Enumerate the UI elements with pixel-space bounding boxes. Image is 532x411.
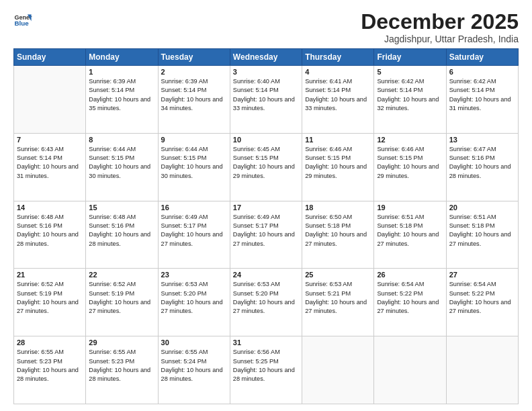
day-info: Sunrise: 6:40 AMSunset: 5:14 PMDaylight:… — [233, 77, 299, 113]
calendar-table: SundayMondayTuesdayWednesdayThursdayFrid… — [13, 48, 519, 404]
day-number: 28 — [17, 338, 83, 347]
calendar-cell: 26Sunrise: 6:54 AMSunset: 5:22 PMDayligh… — [374, 269, 446, 336]
day-info: Sunrise: 6:48 AMSunset: 5:16 PMDaylight:… — [89, 213, 154, 248]
day-info: Sunrise: 6:54 AMSunset: 5:22 PMDaylight:… — [377, 280, 443, 316]
calendar-cell: 8Sunrise: 6:44 AMSunset: 5:15 PMDaylight… — [86, 133, 158, 201]
calendar-cell: 20Sunrise: 6:51 AMSunset: 5:18 PMDayligh… — [446, 201, 518, 269]
calendar-cell: 4Sunrise: 6:41 AMSunset: 5:14 PMDaylight… — [302, 66, 374, 134]
logo-icon: General Blue — [13, 11, 32, 30]
day-number: 22 — [89, 271, 154, 279]
calendar-cell: 31Sunrise: 6:56 AMSunset: 5:25 PMDayligh… — [230, 336, 302, 404]
day-number: 21 — [17, 271, 83, 279]
day-info: Sunrise: 6:54 AMSunset: 5:22 PMDaylight:… — [449, 280, 515, 316]
calendar-cell — [14, 66, 86, 134]
day-info: Sunrise: 6:49 AMSunset: 5:17 PMDaylight:… — [161, 213, 227, 248]
calendar-cell: 2Sunrise: 6:39 AMSunset: 5:14 PMDaylight… — [158, 66, 230, 134]
day-number: 17 — [233, 203, 299, 212]
day-info: Sunrise: 6:51 AMSunset: 5:18 PMDaylight:… — [377, 213, 443, 248]
week-row-3: 14Sunrise: 6:48 AMSunset: 5:16 PMDayligh… — [14, 201, 519, 269]
day-number: 5 — [377, 68, 443, 76]
day-info: Sunrise: 6:47 AMSunset: 5:16 PMDaylight:… — [449, 145, 515, 181]
week-row-4: 21Sunrise: 6:52 AMSunset: 5:19 PMDayligh… — [14, 269, 519, 336]
day-info: Sunrise: 6:55 AMSunset: 5:23 PMDaylight:… — [17, 348, 83, 383]
calendar-cell: 15Sunrise: 6:48 AMSunset: 5:16 PMDayligh… — [86, 201, 158, 269]
svg-text:Blue: Blue — [14, 19, 29, 27]
calendar-cell: 30Sunrise: 6:55 AMSunset: 5:24 PMDayligh… — [158, 336, 230, 404]
calendar-cell — [302, 336, 374, 404]
day-number: 8 — [89, 136, 154, 144]
day-info: Sunrise: 6:44 AMSunset: 5:15 PMDaylight:… — [89, 145, 154, 181]
day-info: Sunrise: 6:50 AMSunset: 5:18 PMDaylight:… — [305, 213, 371, 248]
calendar-cell: 7Sunrise: 6:43 AMSunset: 5:14 PMDaylight… — [14, 133, 86, 201]
day-number: 1 — [89, 68, 154, 76]
day-number: 19 — [377, 203, 443, 212]
week-row-1: 1Sunrise: 6:39 AMSunset: 5:14 PMDaylight… — [14, 66, 519, 134]
day-number: 3 — [233, 68, 299, 76]
calendar-cell: 17Sunrise: 6:49 AMSunset: 5:17 PMDayligh… — [230, 201, 302, 269]
day-number: 13 — [449, 136, 515, 144]
day-info: Sunrise: 6:44 AMSunset: 5:15 PMDaylight:… — [161, 145, 227, 181]
calendar-cell: 27Sunrise: 6:54 AMSunset: 5:22 PMDayligh… — [446, 269, 518, 336]
day-info: Sunrise: 6:46 AMSunset: 5:15 PMDaylight:… — [377, 145, 443, 181]
calendar-cell: 10Sunrise: 6:45 AMSunset: 5:15 PMDayligh… — [230, 133, 302, 201]
day-number: 30 — [161, 338, 227, 347]
day-number: 27 — [449, 271, 515, 279]
day-info: Sunrise: 6:53 AMSunset: 5:21 PMDaylight:… — [305, 280, 371, 316]
calendar-cell — [374, 336, 446, 404]
location-subtitle: Jagdishpur, Uttar Pradesh, India — [361, 34, 519, 44]
day-number: 9 — [161, 136, 227, 144]
calendar-cell: 9Sunrise: 6:44 AMSunset: 5:15 PMDaylight… — [158, 133, 230, 201]
day-number: 20 — [449, 203, 515, 212]
month-title: December 2025 — [361, 11, 519, 32]
day-number: 4 — [305, 68, 371, 76]
calendar-cell: 18Sunrise: 6:50 AMSunset: 5:18 PMDayligh… — [302, 201, 374, 269]
weekday-header-row: SundayMondayTuesdayWednesdayThursdayFrid… — [14, 49, 519, 66]
calendar-cell: 28Sunrise: 6:55 AMSunset: 5:23 PMDayligh… — [14, 336, 86, 404]
day-info: Sunrise: 6:41 AMSunset: 5:14 PMDaylight:… — [305, 77, 371, 113]
day-number: 25 — [305, 271, 371, 279]
day-number: 18 — [305, 203, 371, 212]
weekday-header-friday: Friday — [374, 49, 446, 66]
day-number: 15 — [89, 203, 154, 212]
weekday-header-saturday: Saturday — [446, 49, 518, 66]
day-info: Sunrise: 6:46 AMSunset: 5:15 PMDaylight:… — [305, 145, 371, 181]
day-info: Sunrise: 6:45 AMSunset: 5:15 PMDaylight:… — [233, 145, 299, 181]
day-number: 10 — [233, 136, 299, 144]
logo: General Blue — [13, 11, 32, 30]
day-info: Sunrise: 6:53 AMSunset: 5:20 PMDaylight:… — [161, 280, 227, 316]
calendar-cell: 11Sunrise: 6:46 AMSunset: 5:15 PMDayligh… — [302, 133, 374, 201]
day-info: Sunrise: 6:42 AMSunset: 5:14 PMDaylight:… — [449, 77, 515, 113]
day-info: Sunrise: 6:48 AMSunset: 5:16 PMDaylight:… — [17, 213, 83, 248]
calendar-page: General Blue December 2025 Jagdishpur, U… — [0, 0, 532, 411]
calendar-cell: 13Sunrise: 6:47 AMSunset: 5:16 PMDayligh… — [446, 133, 518, 201]
weekday-header-tuesday: Tuesday — [158, 49, 230, 66]
calendar-cell: 16Sunrise: 6:49 AMSunset: 5:17 PMDayligh… — [158, 201, 230, 269]
day-number: 14 — [17, 203, 83, 212]
day-info: Sunrise: 6:52 AMSunset: 5:19 PMDaylight:… — [17, 280, 83, 316]
calendar-cell: 1Sunrise: 6:39 AMSunset: 5:14 PMDaylight… — [86, 66, 158, 134]
day-number: 6 — [449, 68, 515, 76]
day-info: Sunrise: 6:55 AMSunset: 5:23 PMDaylight:… — [89, 348, 154, 383]
day-info: Sunrise: 6:49 AMSunset: 5:17 PMDaylight:… — [233, 213, 299, 248]
calendar-cell: 24Sunrise: 6:53 AMSunset: 5:20 PMDayligh… — [230, 269, 302, 336]
day-number: 16 — [161, 203, 227, 212]
day-info: Sunrise: 6:51 AMSunset: 5:18 PMDaylight:… — [449, 213, 515, 248]
calendar-cell: 21Sunrise: 6:52 AMSunset: 5:19 PMDayligh… — [14, 269, 86, 336]
day-number: 29 — [89, 338, 154, 347]
calendar-cell — [446, 336, 518, 404]
day-number: 26 — [377, 271, 443, 279]
day-info: Sunrise: 6:52 AMSunset: 5:19 PMDaylight:… — [89, 280, 154, 316]
calendar-cell: 3Sunrise: 6:40 AMSunset: 5:14 PMDaylight… — [230, 66, 302, 134]
header: General Blue December 2025 Jagdishpur, U… — [13, 11, 519, 44]
weekday-header-monday: Monday — [86, 49, 158, 66]
title-block: December 2025 Jagdishpur, Uttar Pradesh,… — [361, 11, 519, 44]
day-info: Sunrise: 6:56 AMSunset: 5:25 PMDaylight:… — [233, 348, 299, 383]
calendar-cell: 25Sunrise: 6:53 AMSunset: 5:21 PMDayligh… — [302, 269, 374, 336]
calendar-cell: 19Sunrise: 6:51 AMSunset: 5:18 PMDayligh… — [374, 201, 446, 269]
calendar-cell: 29Sunrise: 6:55 AMSunset: 5:23 PMDayligh… — [86, 336, 158, 404]
day-number: 12 — [377, 136, 443, 144]
calendar-cell: 6Sunrise: 6:42 AMSunset: 5:14 PMDaylight… — [446, 66, 518, 134]
calendar-cell: 5Sunrise: 6:42 AMSunset: 5:14 PMDaylight… — [374, 66, 446, 134]
calendar-cell: 14Sunrise: 6:48 AMSunset: 5:16 PMDayligh… — [14, 201, 86, 269]
calendar-cell: 23Sunrise: 6:53 AMSunset: 5:20 PMDayligh… — [158, 269, 230, 336]
